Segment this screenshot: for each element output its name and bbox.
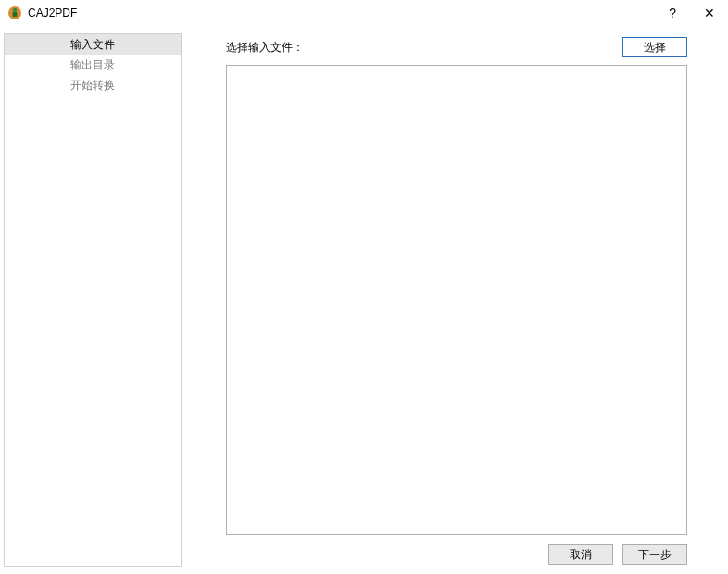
- next-button[interactable]: 下一步: [622, 544, 687, 565]
- main-area: 选择输入文件： 选择 取消 下一步: [182, 33, 721, 567]
- titlebar-controls: ? ✕: [663, 4, 721, 22]
- input-files-label: 选择输入文件：: [226, 40, 304, 56]
- sidebar-item-label: 开始转换: [70, 78, 115, 94]
- file-list[interactable]: [226, 65, 687, 535]
- svg-point-1: [13, 8, 17, 12]
- window-title: CAJ2PDF: [28, 6, 663, 19]
- app-window: CAJ2PDF ? ✕ 输入文件 输出目录 开始转换 选择输入文件： 选择: [0, 0, 728, 574]
- select-button[interactable]: 选择: [622, 37, 687, 57]
- footer-buttons: 取消 下一步: [226, 535, 721, 567]
- help-icon[interactable]: ?: [663, 4, 682, 22]
- sidebar: 输入文件 输出目录 开始转换: [4, 33, 182, 567]
- titlebar: CAJ2PDF ? ✕: [0, 0, 728, 26]
- app-icon: [7, 6, 22, 20]
- sidebar-item-output-dir[interactable]: 输出目录: [5, 55, 181, 75]
- body: 输入文件 输出目录 开始转换 选择输入文件： 选择 取消 下一步: [0, 26, 728, 574]
- sidebar-item-start-convert[interactable]: 开始转换: [5, 75, 181, 95]
- svg-rect-2: [13, 12, 18, 17]
- sidebar-item-label: 输出目录: [70, 57, 115, 73]
- sidebar-item-input-files[interactable]: 输入文件: [5, 34, 181, 55]
- cancel-button[interactable]: 取消: [548, 544, 613, 565]
- sidebar-item-label: 输入文件: [70, 37, 115, 53]
- input-top-row: 选择输入文件： 选择: [226, 33, 721, 65]
- close-icon[interactable]: ✕: [698, 4, 721, 22]
